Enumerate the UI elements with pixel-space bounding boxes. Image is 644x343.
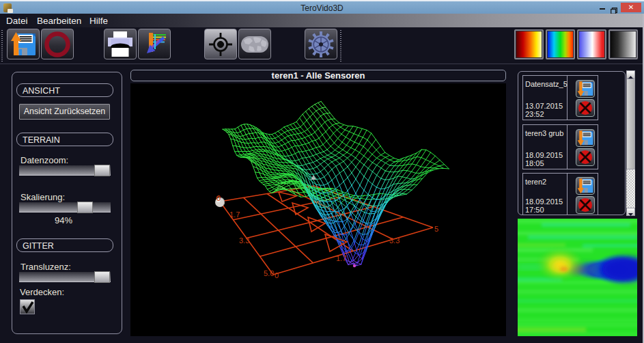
svg-text:1.7: 1.7 <box>336 254 346 262</box>
svg-text:0: 0 <box>216 194 221 202</box>
svg-text:5.0: 5.0 <box>264 269 274 277</box>
svg-text:1.7: 1.7 <box>229 210 240 219</box>
svg-text:5: 5 <box>434 225 438 233</box>
svg-text:3.3: 3.3 <box>239 236 249 245</box>
svg-text:3.3: 3.3 <box>389 236 400 245</box>
svg-text:0: 0 <box>275 271 279 279</box>
